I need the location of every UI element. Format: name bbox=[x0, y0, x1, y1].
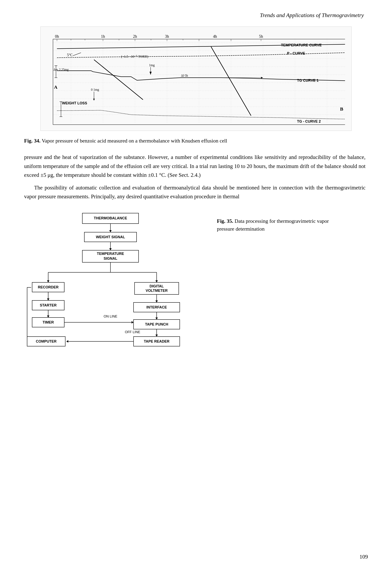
svg-text:RECORDER: RECORDER bbox=[38, 285, 58, 289]
svg-marker-105 bbox=[155, 318, 158, 319]
svg-marker-111 bbox=[131, 321, 133, 323]
svg-marker-97 bbox=[47, 316, 49, 318]
svg-text:WEIGHT SIGNAL: WEIGHT SIGNAL bbox=[96, 235, 125, 239]
svg-line-42 bbox=[73, 53, 81, 56]
svg-text:COMPUTER: COMPUTER bbox=[36, 339, 57, 343]
figure-34-caption: Fig. 34. Vapor pressure of benzoic acid … bbox=[24, 137, 335, 145]
page-header-title: Trends and Applications of Thermogravime… bbox=[24, 12, 368, 18]
svg-text:B: B bbox=[340, 106, 343, 111]
svg-text:A: A bbox=[54, 84, 58, 90]
svg-text:OFF LINE: OFF LINE bbox=[125, 330, 140, 334]
svg-marker-73 bbox=[109, 230, 112, 232]
figure-35-caption: Fig. 35. Data processing for thermogravi… bbox=[217, 217, 347, 233]
svg-marker-77 bbox=[109, 248, 112, 250]
svg-text:3h: 3h bbox=[165, 34, 169, 39]
svg-text:2.25mg: 2.25mg bbox=[59, 68, 69, 71]
svg-marker-58 bbox=[93, 99, 95, 101]
svg-marker-86 bbox=[155, 280, 158, 282]
svg-text:Δl·5h: Δl·5h bbox=[181, 74, 188, 77]
svg-text:2h: 2h bbox=[133, 34, 137, 39]
svg-marker-113 bbox=[155, 334, 158, 336]
svg-text:5h: 5h bbox=[259, 34, 263, 39]
svg-marker-84 bbox=[47, 280, 49, 282]
body-text: pressure and the heat of vaporization of… bbox=[24, 153, 365, 201]
svg-text:4h: 4h bbox=[213, 34, 217, 39]
svg-text:TEMPERATURE: TEMPERATURE bbox=[97, 252, 124, 256]
svg-marker-54 bbox=[261, 77, 263, 79]
svg-text:(~1.5 · 10⁻⁵ TORR): (~1.5 · 10⁻⁵ TORR) bbox=[121, 55, 148, 58]
svg-marker-120 bbox=[66, 340, 68, 343]
figure-35-flowchart: THERMOBALANCE WEIGHT SIGNAL TEMPERATURE … bbox=[24, 209, 205, 354]
paragraph-1: pressure and the heat of vaporization of… bbox=[24, 153, 365, 180]
svg-text:SIGNAL: SIGNAL bbox=[104, 256, 117, 260]
svg-text:5°C: 5°C bbox=[67, 53, 72, 57]
svg-text:TAPE PUNCH: TAPE PUNCH bbox=[145, 322, 168, 326]
svg-marker-93 bbox=[47, 299, 49, 301]
svg-text:STARTER: STARTER bbox=[40, 303, 57, 307]
svg-text:ON LINE: ON LINE bbox=[104, 315, 117, 318]
svg-text:TIMER: TIMER bbox=[43, 320, 54, 324]
figure-34-chart: 0h 1h 2h 3h 4h 5h TEMPERATURE CURVE P - bbox=[40, 27, 352, 131]
svg-marker-101 bbox=[155, 301, 158, 302]
svg-text:TG CURVE 1: TG CURVE 1 bbox=[297, 79, 319, 82]
svg-text:0h: 0h bbox=[55, 34, 59, 39]
svg-text:THERMOBALANCE: THERMOBALANCE bbox=[94, 216, 127, 220]
svg-text:1mg: 1mg bbox=[149, 64, 155, 67]
paragraph-2: The possibility of automatic collection … bbox=[24, 183, 365, 201]
svg-text:INTERFACE: INTERFACE bbox=[147, 305, 167, 309]
figure-35-area: THERMOBALANCE WEIGHT SIGNAL TEMPERATURE … bbox=[24, 209, 368, 354]
svg-text:WEIGHT LOSS: WEIGHT LOSS bbox=[62, 101, 87, 105]
svg-text:DIGITAL: DIGITAL bbox=[150, 284, 164, 288]
page-number: 109 bbox=[359, 554, 368, 560]
svg-text:VOLTMETER: VOLTMETER bbox=[146, 289, 168, 293]
svg-text:1h: 1h bbox=[101, 34, 105, 39]
svg-text:P - CURVE: P - CURVE bbox=[287, 51, 305, 55]
svg-text:TG - CURVE 2: TG - CURVE 2 bbox=[297, 119, 321, 123]
svg-text:0 1mg: 0 1mg bbox=[91, 88, 99, 92]
svg-text:TAPE READER: TAPE READER bbox=[144, 339, 169, 343]
